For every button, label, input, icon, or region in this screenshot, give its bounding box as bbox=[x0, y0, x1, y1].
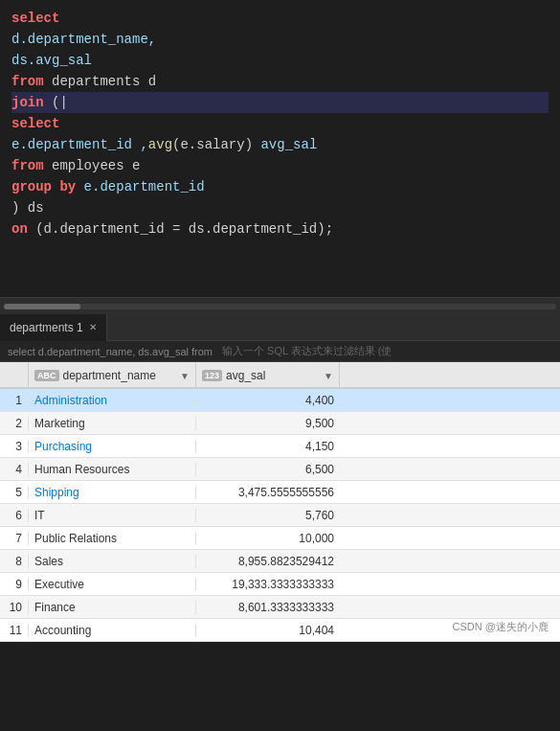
cell-row-number: 11 bbox=[0, 624, 29, 637]
code-line-5: join (| bbox=[11, 92, 549, 113]
cell-row-number: 5 bbox=[0, 486, 29, 499]
sql-preview-text: select d.department_name, ds.avg_sal fro… bbox=[8, 346, 213, 357]
cell-department-name: Shipping bbox=[29, 486, 196, 499]
cell-avg-sal: 8,955.8823529412 bbox=[196, 555, 340, 568]
table-row[interactable]: 8Sales8,955.8823529412 bbox=[0, 550, 560, 573]
cell-department-name: Accounting bbox=[29, 624, 196, 637]
table-row[interactable]: 3Purchasing4,150 bbox=[0, 435, 560, 458]
cell-avg-sal: 19,333.3333333333 bbox=[196, 578, 340, 591]
code-line-2: d.department_name, bbox=[11, 29, 549, 50]
cell-avg-sal: 5,760 bbox=[196, 509, 340, 522]
tab-close-icon[interactable]: ✕ bbox=[89, 322, 97, 332]
cell-row-number: 7 bbox=[0, 532, 29, 545]
cell-avg-sal: 3,475.5555555556 bbox=[196, 486, 340, 499]
cell-row-number: 3 bbox=[0, 440, 29, 453]
table-row[interactable]: 9Executive19,333.3333333333 bbox=[0, 573, 560, 596]
code-line-3: ds.avg_sal bbox=[11, 50, 549, 71]
code-line-1: select bbox=[11, 8, 549, 29]
table-row[interactable]: 10Finance8,601.3333333333 bbox=[0, 596, 560, 619]
scrollbar-thumb[interactable] bbox=[4, 304, 80, 309]
cell-avg-sal: 10,404 bbox=[196, 624, 340, 637]
cell-department-name: Public Relations bbox=[29, 532, 196, 545]
table-row[interactable]: 4Human Resources6,500 bbox=[0, 458, 560, 481]
cell-avg-sal: 8,601.3333333333 bbox=[196, 601, 340, 614]
cell-department-name: Administration bbox=[29, 394, 196, 407]
cell-avg-sal: 6,500 bbox=[196, 463, 340, 476]
results-section: departments 1 ✕ select d.department_name… bbox=[0, 314, 560, 642]
table-row[interactable]: 6IT5,760 bbox=[0, 504, 560, 527]
cell-department-name: Marketing bbox=[29, 417, 196, 430]
cell-row-number: 6 bbox=[0, 509, 29, 522]
code-editor[interactable]: select d.department_name, ds.avg_sal fro… bbox=[0, 0, 560, 297]
tab-label: departments 1 bbox=[10, 321, 83, 334]
cell-department-name: Purchasing bbox=[29, 440, 196, 453]
cell-avg-sal: 4,400 bbox=[196, 394, 340, 407]
cell-avg-sal: 10,000 bbox=[196, 532, 340, 545]
cell-row-number: 2 bbox=[0, 417, 29, 430]
table-row[interactable]: 2Marketing9,500 bbox=[0, 412, 560, 435]
code-line-7: e.department_id ,avg(e.salary) avg_sal bbox=[11, 134, 549, 155]
results-table: ABC department_name ▼ 123 avg_sal ▼ 1Adm… bbox=[0, 362, 560, 642]
tab-departments-1[interactable]: departments 1 ✕ bbox=[0, 314, 107, 341]
col-sal-label: avg_sal bbox=[226, 369, 265, 382]
cell-department-name: IT bbox=[29, 509, 196, 522]
cell-row-number: 8 bbox=[0, 555, 29, 568]
cell-department-name: Human Resources bbox=[29, 463, 196, 476]
table-header: ABC department_name ▼ 123 avg_sal ▼ bbox=[0, 362, 560, 389]
th-department-name[interactable]: ABC department_name ▼ bbox=[29, 362, 196, 389]
cell-row-number: 4 bbox=[0, 463, 29, 476]
cell-avg-sal: 9,500 bbox=[196, 417, 340, 430]
tab-bar: departments 1 ✕ bbox=[0, 314, 560, 341]
sql-breadcrumb: select d.department_name, ds.avg_sal fro… bbox=[0, 341, 560, 362]
cell-avg-sal: 4,150 bbox=[196, 440, 340, 453]
table-row[interactable]: 1Administration4,400 bbox=[0, 389, 560, 412]
cell-row-number: 10 bbox=[0, 601, 29, 614]
code-line-8: from employees e bbox=[11, 155, 549, 176]
table-row[interactable]: 7Public Relations10,000 bbox=[0, 527, 560, 550]
cell-department-name: Sales bbox=[29, 555, 196, 568]
cell-department-name: Executive bbox=[29, 578, 196, 591]
code-line-11: on (d.department_id = ds.department_id); bbox=[11, 218, 549, 240]
cell-row-number: 9 bbox=[0, 578, 29, 591]
type-badge-123: 123 bbox=[202, 370, 222, 381]
horizontal-scrollbar[interactable] bbox=[0, 297, 560, 314]
th-avg-sal[interactable]: 123 avg_sal ▼ bbox=[196, 362, 340, 389]
watermark: CSDN @迷失的小鹿 bbox=[453, 620, 549, 634]
cell-department-name: Finance bbox=[29, 601, 196, 614]
table-row[interactable]: 5Shipping3,475.5555555556 bbox=[0, 481, 560, 504]
col-name-label: department_name bbox=[63, 369, 156, 382]
cell-row-number: 1 bbox=[0, 394, 29, 407]
filter-hint-text: 输入一个 SQL 表达式来过滤结果 (使 bbox=[222, 344, 392, 358]
filter-dropdown-icon[interactable]: ▼ bbox=[180, 371, 190, 381]
code-line-10: ) ds bbox=[11, 197, 549, 218]
table-body: 1Administration4,4002Marketing9,5003Purc… bbox=[0, 389, 560, 642]
code-line-4: from departments d bbox=[11, 71, 549, 92]
code-line-9: group by e.department_id bbox=[11, 176, 549, 197]
code-line-6: select bbox=[11, 113, 549, 134]
scrollbar-track bbox=[4, 304, 556, 309]
type-badge-abc: ABC bbox=[34, 370, 59, 381]
th-row-number bbox=[0, 362, 29, 387]
filter-dropdown-icon-sal[interactable]: ▼ bbox=[324, 371, 333, 381]
